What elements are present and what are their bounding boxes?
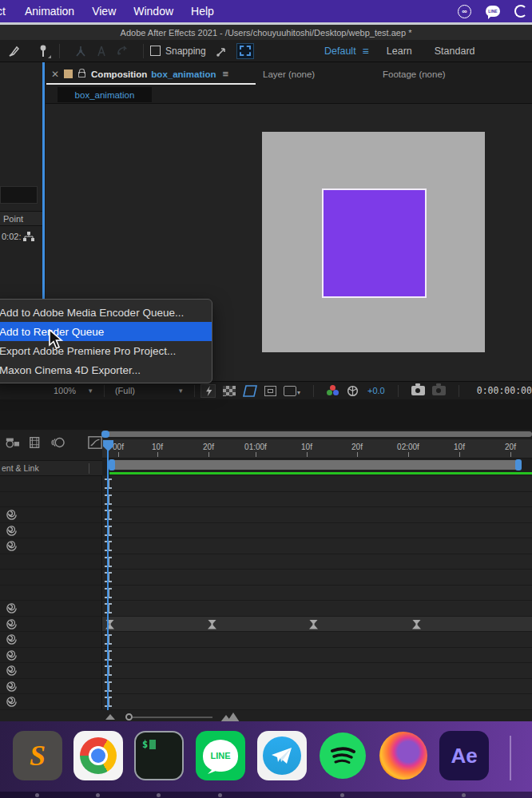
layer-row[interactable]	[0, 601, 532, 617]
layer-row[interactable]	[0, 570, 532, 586]
dolly-tool-icon[interactable]	[116, 45, 129, 58]
zoom-slider-track[interactable]	[133, 717, 212, 718]
pick-whip-spiral-icon[interactable]	[6, 696, 18, 711]
context-menu-item[interactable]: Add to Render Queue	[0, 322, 212, 341]
playhead-line[interactable]	[107, 441, 109, 710]
pick-whip-spiral-icon[interactable]	[6, 649, 18, 665]
pick-whip-spiral-icon[interactable]	[6, 525, 18, 540]
project-panel-column-header[interactable]: Point	[0, 211, 42, 226]
headphones-icon[interactable]	[514, 5, 527, 18]
workspace-menu-icon[interactable]: ≡	[363, 45, 369, 58]
magnification-dropdown[interactable]: 100%▼	[49, 386, 98, 395]
workspace-tab-standard[interactable]: Standard	[423, 46, 486, 57]
close-tab-icon[interactable]: ✕	[51, 69, 59, 80]
layer-row[interactable]	[0, 694, 532, 710]
menu-item-animation[interactable]: Animation	[25, 5, 74, 18]
pick-whip-spiral-icon[interactable]	[6, 602, 18, 617]
column-resize-handle[interactable]	[89, 463, 89, 474]
show-snapshot-button[interactable]	[432, 386, 446, 395]
snapping-label[interactable]: Snapping	[165, 46, 206, 57]
brush-tool-button[interactable]	[5, 42, 24, 60]
dock-app-telegram[interactable]	[257, 731, 307, 780]
pixel-aspect-button[interactable]: ▾	[284, 386, 300, 396]
preview-timecode[interactable]: 0:00:00:00	[477, 385, 532, 396]
creative-cloud-icon[interactable]: ∞	[458, 5, 471, 18]
keyframe-marker[interactable]	[412, 620, 421, 629]
timeline-zoom-slider[interactable]	[125, 713, 133, 721]
time-ruler[interactable]: 00f10f20f01:00f10f20f02:00f10f20f	[102, 439, 532, 459]
menu-item-window[interactable]: Window	[133, 5, 173, 18]
dock-app-sublime-text[interactable]: S	[13, 731, 62, 780]
exposure-button[interactable]	[347, 385, 359, 397]
layer-row[interactable]	[0, 554, 532, 570]
work-area-end-handle[interactable]	[515, 459, 522, 470]
pick-whip-spiral-icon[interactable]	[6, 509, 18, 524]
pick-whip-spiral-icon[interactable]	[6, 665, 18, 680]
layer-row[interactable]	[0, 663, 532, 679]
window-title-bar[interactable]: Adobe After Effects 2021 - /Users/chouyu…	[0, 25, 532, 40]
pick-whip-spiral-icon[interactable]	[6, 681, 18, 696]
workspace-tab-default[interactable]: Default	[313, 46, 367, 57]
composition-tab-name[interactable]: box_animation	[151, 69, 216, 79]
layer-row[interactable]	[0, 476, 532, 492]
footage-tab[interactable]: Footage (none)	[383, 69, 446, 79]
dock-app-firefox[interactable]	[379, 731, 428, 780]
region-of-interest-button[interactable]	[243, 385, 257, 397]
pick-whip-spiral-icon[interactable]	[6, 633, 18, 649]
pick-whip-spiral-icon[interactable]	[6, 540, 18, 555]
zoom-in-mountains-icon[interactable]	[220, 713, 240, 722]
resolution-dropdown[interactable]: (Full)▼	[110, 386, 189, 395]
lock-icon[interactable]	[78, 72, 85, 77]
frame-blending-toggle-icon[interactable]	[29, 435, 42, 450]
snap-arrow-button[interactable]	[212, 42, 232, 60]
comp-color-swatch[interactable]	[64, 69, 73, 78]
layer-row[interactable]	[0, 538, 532, 554]
keyframe-marker[interactable]	[309, 620, 318, 629]
shy-toggle-icon[interactable]	[5, 435, 21, 450]
exposure-value[interactable]: +0.0	[367, 386, 385, 395]
pick-whip-spiral-icon[interactable]	[6, 618, 18, 633]
layer-tab[interactable]: Layer (none)	[263, 69, 315, 79]
dock-app-line[interactable]: LINE	[196, 731, 245, 780]
orbit-tool-icon[interactable]	[74, 45, 87, 58]
layer-row[interactable]	[0, 679, 532, 695]
marquee-snap-button[interactable]	[236, 43, 254, 59]
subtab-box-animation[interactable]: box_animation	[58, 87, 152, 102]
project-panel-field[interactable]	[0, 186, 38, 204]
safe-margins-button[interactable]	[264, 386, 276, 396]
channel-settings-button[interactable]	[327, 385, 339, 396]
dock-app-spotify[interactable]	[318, 731, 367, 780]
puppet-pin-tool-button[interactable]	[34, 42, 53, 60]
context-menu-item[interactable]: Export Adobe Premiere Pro Project...	[0, 341, 212, 360]
composition-tab-label[interactable]: Composition	[91, 69, 147, 79]
panel-menu-icon[interactable]: ≡	[223, 68, 229, 80]
composition-canvas[interactable]	[262, 132, 485, 352]
graph-editor-toggle-icon[interactable]	[88, 435, 102, 450]
take-snapshot-button[interactable]	[411, 386, 425, 395]
layer-row[interactable]	[0, 632, 532, 648]
snapping-checkbox[interactable]	[150, 46, 161, 56]
purple-square-layer[interactable]	[322, 189, 427, 298]
menu-item-view[interactable]: View	[92, 5, 116, 18]
dock-app-after-effects[interactable]: Ae	[439, 731, 489, 780]
context-menu-item[interactable]: Maxon Cinema 4D Exporter...	[0, 360, 212, 379]
motion-blur-toggle-icon[interactable]	[50, 435, 66, 450]
layer-row[interactable]	[0, 523, 532, 539]
layer-row[interactable]	[0, 648, 532, 664]
transparency-grid-button[interactable]	[223, 386, 236, 396]
workspace-tab-learn[interactable]: Learn	[375, 46, 423, 57]
timeline-navigator-bar[interactable]	[102, 431, 532, 437]
parent-link-column-header[interactable]: ent & Link	[0, 460, 102, 476]
line-menubar-icon[interactable]: LINE	[486, 6, 500, 17]
zoom-out-mountain-icon[interactable]	[105, 714, 115, 720]
layer-row[interactable]	[0, 507, 532, 523]
context-menu-item[interactable]: Add to Adobe Media Encoder Queue...	[0, 303, 212, 322]
dock-app-terminal[interactable]: $	[134, 731, 184, 780]
pan-tool-icon[interactable]	[95, 45, 108, 58]
layer-row[interactable]	[0, 586, 532, 601]
layer-row[interactable]	[0, 492, 532, 508]
menu-item-help[interactable]: Help	[191, 5, 214, 18]
navigator-handle[interactable]	[101, 431, 109, 438]
work-area-start-handle[interactable]	[109, 459, 115, 470]
flowchart-icon[interactable]	[23, 232, 34, 242]
